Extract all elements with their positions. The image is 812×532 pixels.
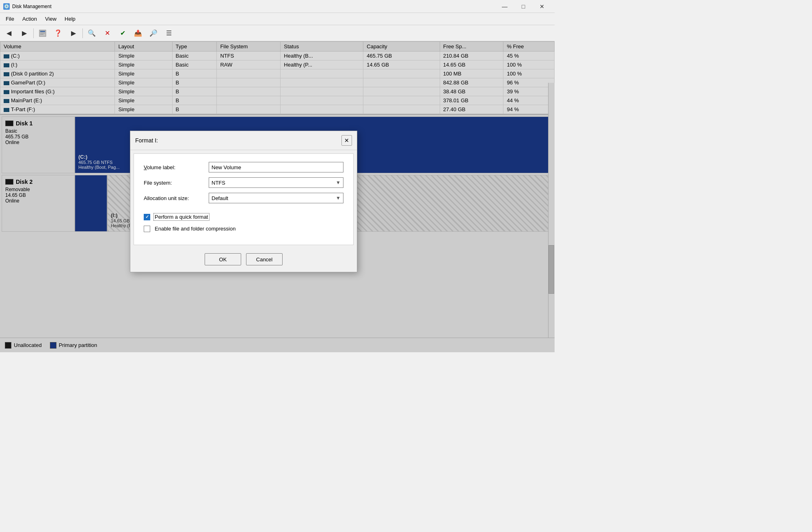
dialog-title-bar: Format I: ✕ [130,131,357,150]
ok-button[interactable]: OK [205,253,241,265]
play-button[interactable]: ▶ [66,27,81,40]
app-icon: 💿 [3,3,10,10]
dialog-footer: OK Cancel [130,248,357,272]
dialog-body: Volume label: File system: NTFS ▼ [134,153,354,245]
menu-help[interactable]: Help [60,14,80,24]
quick-format-row[interactable]: ✓ Perform a quick format [144,213,343,221]
upload-button[interactable]: 📤 [131,27,145,40]
allocation-select[interactable]: Default ▼ [209,193,343,203]
zoom-button[interactable]: 🔎 [146,27,161,40]
close-button[interactable]: ✕ [533,0,551,13]
checkmark-icon: ✓ [145,214,149,220]
allocation-row: Allocation unit size: Default ▼ [144,193,343,203]
svg-rect-3 [40,34,43,34]
toolbar-separator-2 [82,28,83,38]
check-button[interactable]: ✔ [115,27,130,40]
modal-overlay: Format I: ✕ Volume label: File system: N… [0,41,555,352]
menu-bar: File Action View Help [0,13,555,25]
allocation-value: Default [212,195,228,201]
window-controls: — □ ✕ [495,0,551,13]
help-button[interactable]: ❓ [51,27,65,40]
search-button[interactable]: 🔍 [84,27,99,40]
compression-row[interactable]: Enable file and folder compression [144,225,343,233]
spacer [144,208,343,213]
menu-action[interactable]: Action [18,14,41,24]
svg-rect-2 [40,33,45,33]
menu-view[interactable]: View [41,14,60,24]
compression-label: Enable file and folder compression [153,225,237,233]
format-dialog: Format I: ✕ Volume label: File system: N… [130,131,357,272]
quick-format-label: Perform a quick format [153,213,209,221]
allocation-label: Allocation unit size: [144,195,209,201]
dialog-close-button[interactable]: ✕ [341,135,352,146]
main-content: Volume Layout Type File System Status Ca… [0,41,555,352]
minimize-button[interactable]: — [495,0,514,13]
list-button[interactable]: ☰ [162,27,176,40]
quick-format-checkbox[interactable]: ✓ [144,214,150,220]
delete-button[interactable]: ✕ [100,27,114,40]
allocation-arrow-icon: ▼ [336,195,341,201]
window-title: Disk Management [12,4,495,9]
compression-checkbox[interactable] [144,226,150,232]
file-system-select[interactable]: NTFS ▼ [209,177,343,188]
volume-label-text: Volume label: [144,164,209,170]
properties-icon [39,29,47,37]
properties-button[interactable] [35,27,50,40]
svg-rect-1 [40,31,45,32]
file-system-arrow-icon: ▼ [336,180,341,185]
file-system-row: File system: NTFS ▼ [144,177,343,188]
cancel-button[interactable]: Cancel [246,253,283,265]
menu-file[interactable]: File [2,14,18,24]
maximize-button[interactable]: □ [514,0,533,13]
back-button[interactable]: ◀ [2,27,16,40]
toolbar: ◀ ▶ ❓ ▶ 🔍 ✕ ✔ 📤 🔎 ☰ [0,25,555,41]
file-system-value: NTFS [212,180,225,186]
forward-button[interactable]: ▶ [17,27,32,40]
dialog-title: Format I: [135,137,158,144]
volume-label-row: Volume label: [144,162,343,172]
toolbar-separator-1 [33,28,34,38]
file-system-label: File system: [144,180,209,186]
volume-label-input[interactable] [209,162,343,172]
title-bar: 💿 Disk Management — □ ✕ [0,0,555,13]
